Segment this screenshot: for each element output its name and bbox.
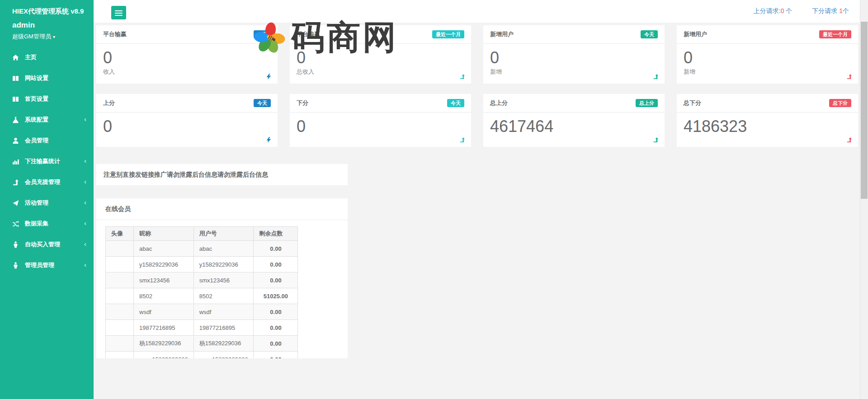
level-up-icon (653, 74, 659, 80)
avatar (106, 272, 134, 288)
level-up-icon (846, 74, 852, 80)
scrollbar-thumb[interactable] (861, 22, 868, 199)
card-title: 下分 (297, 99, 308, 107)
sidebar-item-label: 网站设置 (25, 74, 48, 82)
online-members-table: 头像 昵称 用户号 剩余点数 abacabac0.00 y15829229036… (105, 226, 298, 358)
column-header-userid: 用户号 (193, 227, 254, 241)
avatar (106, 320, 134, 336)
sidebar-toggle-button[interactable] (111, 6, 126, 19)
status-badge: 今天 (254, 99, 271, 107)
card-title: 平台输赢 (103, 30, 127, 38)
sidebar: HIEX代理管理系统 v8.9 admin 超级GM管理员▾ 主页 网站设置 首… (0, 0, 94, 399)
column-header-avatar: 头像 (106, 227, 134, 241)
avatar (106, 288, 134, 304)
card-value: 4617464 (490, 117, 658, 136)
paper-plane-icon (12, 200, 19, 207)
stat-card-new-users-today: 新增用户今天 0新增 (483, 25, 665, 84)
chevron-left-icon: ‹ (84, 115, 86, 123)
card-title: 上分 (103, 99, 115, 107)
sidebar-item-auto-buy[interactable]: 自动买入管理 ‹ (0, 234, 94, 255)
stat-card-new-users-month: 新增用户最近一个月 0新增 (677, 25, 858, 84)
down-request-unit: 个 (843, 7, 849, 14)
stat-cards-row-1: 平台输赢今天 0收入 平台输赢最近一个月 0总收入 新增用户今天 0新增 新增用… (96, 25, 858, 84)
card-value: 0 (103, 48, 271, 67)
status-badge: 今天 (447, 99, 464, 107)
top-navbar: 上分请求:0 个 下分请求 1个 (94, 0, 860, 23)
up-score-requests-link[interactable]: 上分请求:0 个 (754, 7, 793, 15)
card-title: 新增用户 (684, 30, 707, 38)
sidebar-item-site-settings[interactable]: 网站设置 (0, 68, 94, 89)
bolt-icon (266, 137, 272, 143)
flask-icon (12, 117, 19, 123)
card-value: 4186323 (684, 117, 851, 136)
username: admin (12, 21, 94, 30)
sidebar-item-label: 下注输赢统计 (25, 157, 60, 165)
status-badge: 今天 (641, 30, 658, 38)
sidebar-item-data-collection[interactable]: 数据采集 ‹ (0, 213, 94, 234)
sidebar-item-label: 会员充提管理 (25, 178, 60, 186)
down-request-label: 下分请求 (812, 7, 839, 14)
card-value: 0 (684, 48, 851, 67)
sidebar-item-homepage-settings[interactable]: 首页设置 (0, 89, 94, 109)
user-icon (12, 137, 19, 144)
column-header-nickname: 昵称 (134, 227, 194, 241)
sidebar-item-recharge-withdraw[interactable]: 会员充提管理 ‹ (0, 172, 94, 192)
scrollbar-track[interactable] (860, 0, 868, 399)
down-score-requests-link[interactable]: 下分请求 1个 (812, 7, 849, 15)
sidebar-item-label: 会员管理 (25, 136, 48, 145)
down-request-count: 1 (839, 7, 843, 14)
up-request-unit: 个 (784, 7, 792, 14)
status-badge: 最近一个月 (432, 30, 464, 38)
notice-bar: 注意别直接发链接推广请勿泄露后台信息请勿泄露后台信息 (96, 164, 348, 185)
card-title: 总下分 (684, 99, 701, 107)
navbar-right: 上分请求:0 个 下分请求 1个 (754, 0, 849, 23)
chevron-left-icon: ‹ (84, 198, 86, 206)
sidebar-item-home[interactable]: 主页 (0, 47, 94, 68)
table-row: smx123456smx1234560.00 (106, 272, 298, 288)
status-badge: 最近一个月 (819, 30, 851, 38)
sidebar-item-bet-stats[interactable]: 下注输赢统计 ‹ (0, 151, 94, 172)
column-header-points: 剩余点数 (254, 227, 298, 241)
hamburger-icon (115, 10, 123, 11)
sidebar-item-label: 数据采集 (25, 220, 48, 228)
columns-icon (12, 96, 19, 103)
main-content: 平台输赢今天 0收入 平台输赢最近一个月 0总收入 新增用户今天 0新增 新增用… (94, 23, 860, 399)
table-row: wsdfwsdf0.00 (106, 304, 298, 320)
level-up-icon (653, 137, 659, 143)
card-sublabel: 新增 (490, 68, 658, 76)
bar-chart-icon (12, 158, 19, 165)
stat-card-total-down-score: 总下分总下分 4186323 (677, 94, 858, 147)
sidebar-item-activity-management[interactable]: 活动管理 ‹ (0, 192, 94, 213)
stat-card-total-up-score: 总上分总上分 4617464 (483, 94, 665, 147)
sidebar-item-label: 自动买入管理 (25, 240, 60, 249)
chevron-left-icon: ‹ (84, 261, 86, 268)
sidebar-item-member-management[interactable]: 会员管理 (0, 130, 94, 151)
sidebar-item-label: 系统配置 (25, 116, 48, 124)
sidebar-item-label: 主页 (25, 53, 37, 61)
stat-cards-row-2: 上分今天 0 下分今天 0 总上分总上分 4617464 总下分总下分 4186… (96, 94, 858, 147)
stat-card-up-score-today: 上分今天 0 (96, 94, 278, 147)
chevron-left-icon: ‹ (84, 178, 86, 185)
chevron-left-icon: ‹ (84, 219, 86, 227)
level-up-icon (459, 137, 465, 143)
card-sublabel: 总收入 (297, 68, 464, 76)
card-value: 0 (103, 117, 271, 136)
sidebar-item-admin-management[interactable]: 管理员管理 ‹ (0, 255, 94, 276)
card-sublabel: 新增 (684, 68, 851, 76)
avatar (106, 241, 134, 257)
sidebar-item-system-config[interactable]: 系统配置 ‹ (0, 109, 94, 130)
table-row: 19877216895198772168950.00 (106, 320, 298, 336)
shuffle-icon (12, 221, 19, 227)
avatar (106, 352, 134, 359)
level-up-icon (12, 179, 19, 186)
sidebar-item-label: 首页设置 (25, 95, 48, 103)
chevron-left-icon: ‹ (84, 157, 86, 164)
avatar (106, 304, 134, 320)
role-dropdown[interactable]: 超级GM管理员▾ (12, 33, 94, 41)
status-badge: 总上分 (636, 99, 658, 107)
notice-text: 注意别直接发链接推广请勿泄露后台信息请勿泄露后台信息 (104, 171, 268, 179)
level-up-icon (459, 74, 465, 80)
columns-icon (12, 75, 19, 82)
sidebar-item-label: 管理员管理 (25, 261, 54, 269)
table-row: abacabac0.00 (106, 241, 298, 257)
